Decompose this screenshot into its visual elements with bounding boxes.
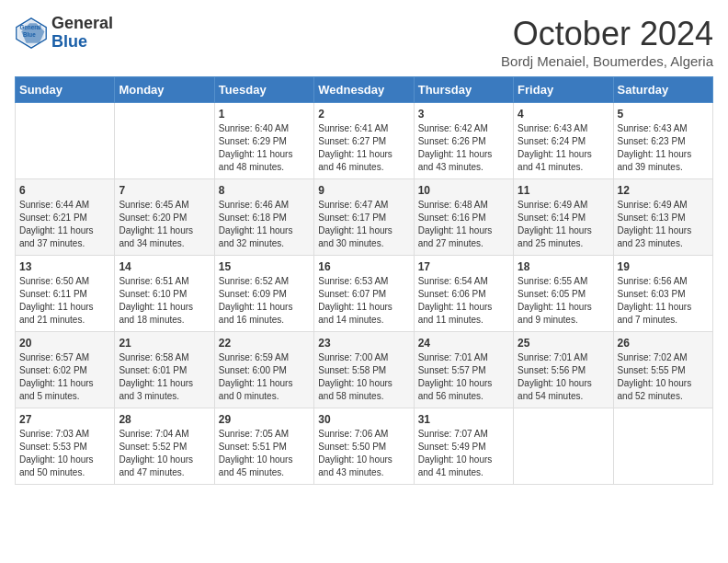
calendar-week-4: 20Sunrise: 6:57 AMSunset: 6:02 PMDayligh… xyxy=(16,332,713,408)
calendar-cell: 26Sunrise: 7:02 AMSunset: 5:55 PMDayligh… xyxy=(613,332,712,408)
cell-info: Sunset: 6:06 PM xyxy=(418,288,509,301)
day-number: 27 xyxy=(19,413,110,426)
day-number: 23 xyxy=(318,337,409,350)
logo-icon: General Blue xyxy=(15,17,48,50)
cell-info: Daylight: 11 hours and 23 minutes. xyxy=(618,224,709,250)
cell-info: Daylight: 10 hours and 47 minutes. xyxy=(119,454,210,479)
calendar-cell: 24Sunrise: 7:01 AMSunset: 5:57 PMDayligh… xyxy=(414,332,513,408)
cell-info: Daylight: 11 hours and 21 minutes. xyxy=(19,301,110,327)
cell-info: Sunrise: 6:54 AM xyxy=(418,275,509,288)
day-number: 5 xyxy=(618,108,709,121)
day-number: 7 xyxy=(119,184,210,197)
cell-info: Sunset: 5:58 PM xyxy=(318,364,409,377)
cell-info: Daylight: 10 hours and 41 minutes. xyxy=(418,454,509,479)
calendar-cell xyxy=(115,103,214,179)
cell-info: Daylight: 10 hours and 52 minutes. xyxy=(618,377,709,403)
calendar-cell xyxy=(16,103,115,179)
cell-info: Sunset: 5:52 PM xyxy=(119,441,210,454)
calendar-cell: 17Sunrise: 6:54 AMSunset: 6:06 PMDayligh… xyxy=(414,256,513,332)
cell-info: Sunset: 5:49 PM xyxy=(418,441,509,454)
day-number: 13 xyxy=(19,260,110,273)
cell-info: Sunset: 6:27 PM xyxy=(318,135,409,148)
cell-info: Sunrise: 7:01 AM xyxy=(418,351,509,364)
calendar-cell: 30Sunrise: 7:06 AMSunset: 5:50 PMDayligh… xyxy=(314,408,414,485)
calendar-cell: 18Sunrise: 6:55 AMSunset: 6:05 PMDayligh… xyxy=(514,256,613,332)
calendar-cell: 4Sunrise: 6:43 AMSunset: 6:24 PMDaylight… xyxy=(514,103,613,179)
day-number: 14 xyxy=(119,260,210,273)
day-number: 2 xyxy=(318,108,409,121)
cell-info: Sunset: 6:20 PM xyxy=(119,212,210,224)
cell-info: Daylight: 11 hours and 39 minutes. xyxy=(618,148,709,174)
day-number: 18 xyxy=(518,260,609,273)
day-number: 24 xyxy=(418,337,509,350)
cell-info: Sunset: 6:09 PM xyxy=(219,288,310,301)
calendar-cell: 7Sunrise: 6:45 AMSunset: 6:20 PMDaylight… xyxy=(115,179,214,256)
calendar-cell: 21Sunrise: 6:58 AMSunset: 6:01 PMDayligh… xyxy=(115,332,214,408)
calendar-week-3: 13Sunrise: 6:50 AMSunset: 6:11 PMDayligh… xyxy=(16,256,713,332)
cell-info: Sunset: 6:13 PM xyxy=(618,212,709,224)
calendar-cell: 31Sunrise: 7:07 AMSunset: 5:49 PMDayligh… xyxy=(414,408,513,485)
calendar-cell: 22Sunrise: 6:59 AMSunset: 6:00 PMDayligh… xyxy=(214,332,313,408)
cell-info: Daylight: 11 hours and 16 minutes. xyxy=(219,301,310,327)
cell-info: Daylight: 10 hours and 45 minutes. xyxy=(219,454,310,479)
cell-info: Sunrise: 7:00 AM xyxy=(318,351,409,364)
cell-info: Daylight: 11 hours and 48 minutes. xyxy=(219,148,310,174)
day-header-saturday: Saturday xyxy=(613,77,712,103)
cell-info: Daylight: 10 hours and 43 minutes. xyxy=(318,454,409,479)
cell-info: Sunrise: 6:47 AM xyxy=(318,199,409,212)
cell-info: Daylight: 11 hours and 37 minutes. xyxy=(19,224,110,250)
cell-info: Sunset: 6:11 PM xyxy=(19,288,110,301)
cell-info: Sunrise: 7:02 AM xyxy=(618,351,709,364)
cell-info: Daylight: 11 hours and 11 minutes. xyxy=(418,301,509,327)
calendar-cell: 23Sunrise: 7:00 AMSunset: 5:58 PMDayligh… xyxy=(314,332,414,408)
day-header-thursday: Thursday xyxy=(414,77,513,103)
calendar-cell: 10Sunrise: 6:48 AMSunset: 6:16 PMDayligh… xyxy=(414,179,513,256)
cell-info: Daylight: 10 hours and 50 minutes. xyxy=(19,454,110,479)
day-number: 20 xyxy=(19,337,110,350)
cell-info: Sunset: 5:50 PM xyxy=(318,441,409,454)
calendar-cell: 11Sunrise: 6:49 AMSunset: 6:14 PMDayligh… xyxy=(514,179,613,256)
cell-info: Sunset: 6:16 PM xyxy=(418,212,509,224)
calendar-cell: 16Sunrise: 6:53 AMSunset: 6:07 PMDayligh… xyxy=(314,256,414,332)
cell-info: Sunrise: 7:06 AM xyxy=(318,428,409,441)
calendar-cell: 9Sunrise: 6:47 AMSunset: 6:17 PMDaylight… xyxy=(314,179,414,256)
day-number: 28 xyxy=(119,413,210,426)
page-header: General Blue General Blue October 2024 B… xyxy=(15,15,713,69)
logo-text: General Blue xyxy=(51,15,113,52)
cell-info: Daylight: 10 hours and 58 minutes. xyxy=(318,377,409,403)
cell-info: Sunset: 6:17 PM xyxy=(318,212,409,224)
cell-info: Sunrise: 6:40 AM xyxy=(219,122,310,135)
calendar-week-2: 6Sunrise: 6:44 AMSunset: 6:21 PMDaylight… xyxy=(16,179,713,256)
cell-info: Sunrise: 6:49 AM xyxy=(618,199,709,212)
cell-info: Sunrise: 7:04 AM xyxy=(119,428,210,441)
cell-info: Sunset: 6:00 PM xyxy=(219,364,310,377)
cell-info: Daylight: 11 hours and 27 minutes. xyxy=(418,224,509,250)
cell-info: Sunrise: 6:48 AM xyxy=(418,199,509,212)
title-block: October 2024 Bordj Menaiel, Boumerdes, A… xyxy=(501,15,713,69)
cell-info: Sunrise: 7:07 AM xyxy=(418,428,509,441)
cell-info: Sunset: 6:05 PM xyxy=(518,288,609,301)
day-number: 15 xyxy=(219,260,310,273)
cell-info: Sunrise: 6:45 AM xyxy=(119,199,210,212)
cell-info: Daylight: 11 hours and 32 minutes. xyxy=(219,224,310,250)
cell-info: Sunrise: 6:43 AM xyxy=(518,122,609,135)
day-header-wednesday: Wednesday xyxy=(314,77,414,103)
calendar-cell: 28Sunrise: 7:04 AMSunset: 5:52 PMDayligh… xyxy=(115,408,214,485)
svg-text:Blue: Blue xyxy=(23,30,36,37)
cell-info: Daylight: 11 hours and 46 minutes. xyxy=(318,148,409,174)
cell-info: Sunset: 5:51 PM xyxy=(219,441,310,454)
calendar-cell: 13Sunrise: 6:50 AMSunset: 6:11 PMDayligh… xyxy=(16,256,115,332)
cell-info: Sunrise: 6:53 AM xyxy=(318,275,409,288)
day-number: 16 xyxy=(318,260,409,273)
cell-info: Sunrise: 7:05 AM xyxy=(219,428,310,441)
cell-info: Daylight: 10 hours and 54 minutes. xyxy=(518,377,609,403)
day-header-sunday: Sunday xyxy=(16,77,115,103)
cell-info: Sunset: 5:53 PM xyxy=(19,441,110,454)
cell-info: Daylight: 11 hours and 5 minutes. xyxy=(19,377,110,403)
month-title: October 2024 xyxy=(501,15,713,53)
cell-info: Daylight: 11 hours and 18 minutes. xyxy=(119,301,210,327)
calendar-cell: 25Sunrise: 7:01 AMSunset: 5:56 PMDayligh… xyxy=(514,332,613,408)
day-number: 10 xyxy=(418,184,509,197)
day-number: 6 xyxy=(19,184,110,197)
cell-info: Sunrise: 6:59 AM xyxy=(219,351,310,364)
